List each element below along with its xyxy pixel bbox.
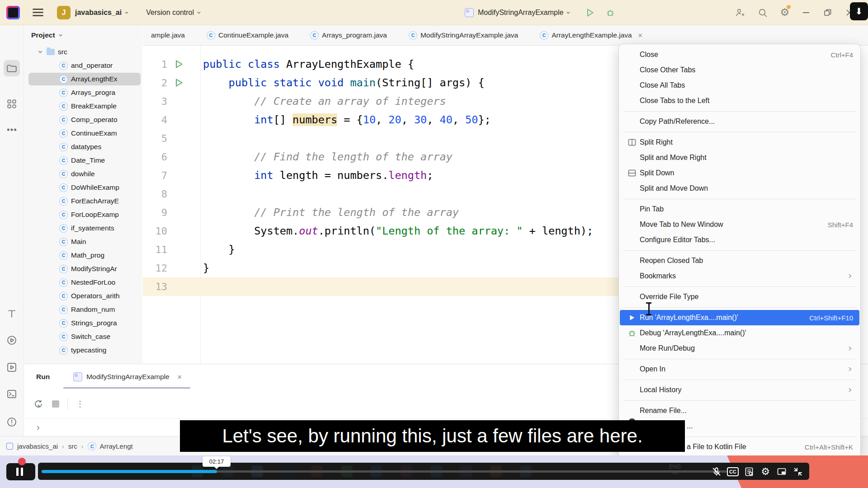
- menu-item-label: Copy Path/Reference...: [640, 117, 853, 126]
- text-tool-icon[interactable]: [4, 305, 20, 322]
- search-icon[interactable]: [757, 7, 768, 18]
- menu-item-close-all-tabs[interactable]: Close All Tabs: [619, 78, 860, 93]
- tree-item-and_operator[interactable]: Cand_operator: [24, 59, 142, 72]
- settings-icon[interactable]: ⚙: [760, 466, 771, 478]
- tree-item-Switch_case[interactable]: CSwitch_case: [24, 330, 142, 343]
- tree-item-Math_prog[interactable]: CMath_prog: [24, 249, 142, 262]
- minimize-button[interactable]: [801, 8, 811, 18]
- menu-item-configure-editor-tabs-[interactable]: Configure Editor Tabs...: [619, 232, 860, 248]
- tree-item-DoWhileExamp[interactable]: CDoWhileExamp: [24, 181, 142, 194]
- more-icon[interactable]: [4, 122, 20, 138]
- tree-item-dowhile[interactable]: Cdowhile: [24, 167, 142, 181]
- run-panel-tab[interactable]: ModifyStringArrayExample ✕: [73, 364, 182, 389]
- code-text: }: [203, 240, 235, 259]
- menu-item-more-run-debug[interactable]: More Run/Debug: [619, 341, 860, 356]
- console-fold-chevron[interactable]: ›: [37, 422, 40, 432]
- breadcrumb-src[interactable]: src: [68, 442, 77, 450]
- close-icon[interactable]: ✕: [638, 32, 643, 39]
- pip-icon[interactable]: [776, 466, 788, 478]
- tree-item-Comp_operato[interactable]: CComp_operato: [24, 113, 142, 127]
- tree-chevron-icon[interactable]: [38, 49, 43, 55]
- menu-item-label: Run 'ArrayLengthExa....main()': [640, 314, 798, 322]
- transcript-icon[interactable]: [743, 466, 755, 478]
- menu-item-run-arraylengthexa-main-[interactable]: Run 'ArrayLengthExa....main()'Ctrl+Shift…: [620, 310, 859, 325]
- class-icon: C: [59, 265, 68, 273]
- more-options-icon[interactable]: ⋮: [76, 399, 84, 409]
- settings-gear-icon[interactable]: ⚙: [780, 6, 789, 19]
- editor-tab-ContinueExample.java[interactable]: CContinueExample.java: [198, 25, 302, 45]
- tree-item-ContinueExam[interactable]: CContinueExam: [24, 127, 142, 140]
- tree-item-BreakExample[interactable]: CBreakExample: [24, 99, 142, 113]
- breadcrumb-file[interactable]: ArrayLengt: [99, 442, 132, 450]
- run-gutter-icon[interactable]: [175, 78, 184, 88]
- menu-item-move-tab-to-new-window[interactable]: Move Tab to New WindowShift+F4: [619, 217, 860, 232]
- tree-item-ArrayLengthEx[interactable]: CArrayLengthEx: [24, 72, 142, 86]
- menu-item-close[interactable]: CloseCtrl+F4: [619, 47, 860, 62]
- project-name-widget[interactable]: javabasics_ai: [75, 9, 129, 17]
- restore-button[interactable]: [823, 8, 833, 18]
- tree-item-if_syatements[interactable]: Cif_syatements: [24, 221, 142, 235]
- tree-item-src[interactable]: src: [24, 45, 142, 59]
- close-icon[interactable]: ✕: [177, 374, 182, 380]
- tree-item-Arrays_progra[interactable]: CArrays_progra: [24, 86, 142, 99]
- add-user-icon[interactable]: [735, 7, 745, 18]
- tree-item-ModifyStringAr[interactable]: CModifyStringAr: [24, 262, 142, 276]
- editor-tab-ModifyStringArrayExample.java[interactable]: CModifyStringArrayExample.java: [401, 25, 532, 45]
- tree-item-Random_num[interactable]: CRandom_num: [24, 303, 142, 316]
- stop-button[interactable]: [52, 400, 59, 408]
- run-circle-icon[interactable]: [4, 332, 20, 348]
- mic-muted-icon[interactable]: [711, 466, 722, 478]
- menu-item-split-down[interactable]: Split Down: [619, 165, 860, 181]
- editor-tab-ample.java[interactable]: ample.java: [143, 25, 198, 45]
- menu-item-pin-tab[interactable]: Pin Tab: [619, 202, 860, 217]
- tree-item-typecasting[interactable]: Ctypecasting: [24, 343, 142, 357]
- run-window-icon[interactable]: [4, 359, 20, 375]
- menu-item-split-and-move-down[interactable]: Split and Move Down: [619, 181, 860, 196]
- run-icon: [627, 314, 637, 322]
- editor-tab-Arrays_program.java[interactable]: CArrays_program.java: [302, 25, 401, 45]
- terminal-icon[interactable]: [4, 386, 20, 402]
- editor-tab-ArrayLengthExample.java[interactable]: CArrayLengthExample.java✕: [532, 25, 656, 45]
- problems-icon[interactable]: [4, 414, 20, 430]
- intellij-logo-icon: [6, 6, 20, 19]
- project-folder-icon[interactable]: [4, 60, 20, 76]
- structure-icon[interactable]: [4, 96, 20, 112]
- video-download-overlay-icon[interactable]: ⬇: [850, 2, 868, 20]
- debug-button[interactable]: [605, 7, 616, 18]
- menu-item-split-right[interactable]: Split Right: [619, 135, 860, 150]
- pause-button[interactable]: [6, 463, 35, 480]
- vcs-widget[interactable]: Version control: [146, 9, 201, 17]
- tree-item-ForLoopExamp[interactable]: CForLoopExamp: [24, 208, 142, 221]
- project-panel-header[interactable]: Project: [24, 25, 142, 45]
- tree-item-label: ContinueExam: [71, 129, 117, 137]
- menu-item-bookmarks[interactable]: Bookmarks: [619, 268, 860, 284]
- tree-item-NestedForLoo[interactable]: CNestedForLoo: [24, 276, 142, 289]
- menu-item-open-in[interactable]: Open In: [619, 361, 860, 377]
- tree-item-datatypes[interactable]: Cdatatypes: [24, 140, 142, 154]
- tree-item-Main[interactable]: CMain: [24, 235, 142, 249]
- menu-item-close-tabs-to-the-left[interactable]: Close Tabs to the Left: [619, 93, 860, 108]
- breadcrumb-project[interactable]: javabasics_ai: [17, 442, 58, 450]
- menu-item-debug-arraylengthexa-main-[interactable]: Debug 'ArrayLengthExa....main()': [619, 325, 860, 341]
- run-button[interactable]: [585, 7, 595, 18]
- video-timeline[interactable]: ENG IN CC ⚙: [38, 463, 809, 480]
- captions-icon[interactable]: CC: [727, 466, 739, 478]
- collapse-icon[interactable]: [792, 466, 804, 478]
- menu-shortcut: Ctrl+F4: [830, 51, 853, 59]
- tree-item-Strings_progra[interactable]: CStrings_progra: [24, 316, 142, 330]
- tree-item-Operators_arith[interactable]: COperators_arith: [24, 289, 142, 303]
- menu-item-local-history[interactable]: Local History: [619, 382, 860, 398]
- tree-item-ForEachArrayE[interactable]: CForEachArrayE: [24, 194, 142, 208]
- menu-item-close-other-tabs[interactable]: Close Other Tabs: [619, 62, 860, 78]
- run-config-selector[interactable]: ModifyStringArrayExample: [478, 9, 571, 17]
- menu-item-reopen-closed-tab[interactable]: Reopen Closed Tab: [619, 253, 860, 268]
- menu-item-override-file-type[interactable]: Override File Type: [619, 289, 860, 305]
- menu-item-copy-path-reference-[interactable]: Copy Path/Reference...: [619, 114, 860, 129]
- main-menu-icon[interactable]: [33, 7, 43, 19]
- code-text: // Find the length of the array: [203, 148, 453, 166]
- menu-item-rename-file-[interactable]: Rename File...: [619, 403, 860, 418]
- menu-item-split-and-move-right[interactable]: Split and Move Right: [619, 150, 860, 165]
- rerun-button[interactable]: [33, 399, 44, 409]
- run-gutter-icon[interactable]: [175, 59, 184, 69]
- tree-item-Date_Time[interactable]: CDate_Time: [24, 154, 142, 167]
